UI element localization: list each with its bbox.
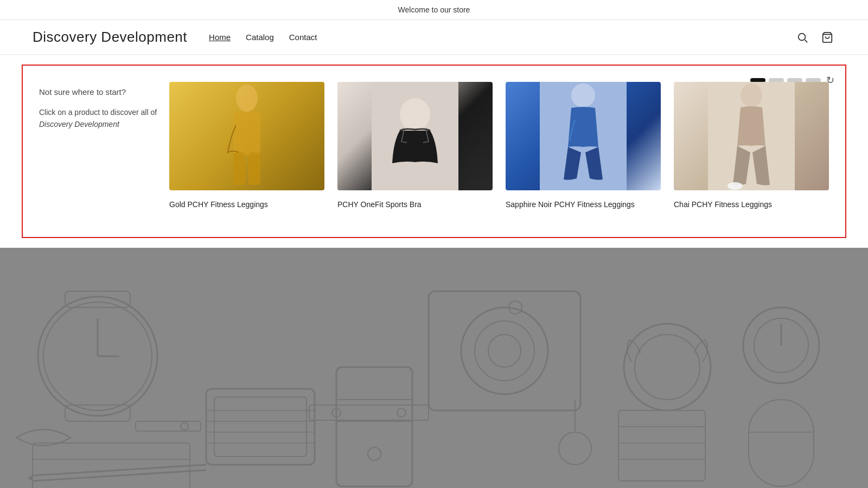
featured-panel: ↻ Not sure where to start? Click on a pr… [22, 65, 846, 238]
svg-marker-53 [27, 476, 33, 481]
svg-rect-37 [309, 405, 429, 420]
header-right [794, 29, 835, 46]
header-left: Discovery Development Home Catalog Conta… [33, 29, 317, 46]
products-row: Gold PCHY Fitness Leggings [169, 82, 829, 210]
panel-inner: Not sure where to start? Click on a prod… [39, 82, 829, 210]
svg-point-13 [727, 182, 743, 190]
store-name: Discovery Development [33, 29, 187, 46]
svg-point-8 [400, 98, 430, 131]
product-card-1[interactable]: Gold PCHY Fitness Leggings [169, 82, 324, 210]
product-image-4 [674, 82, 829, 190]
search-icon [796, 31, 808, 43]
product-image-3 [506, 82, 661, 190]
svg-point-3 [236, 85, 258, 112]
product-image-2 [337, 82, 493, 190]
panel-sidebar-text: Not sure where to start? Click on a prod… [39, 82, 169, 210]
svg-rect-20 [206, 389, 315, 465]
svg-rect-42 [618, 410, 705, 481]
svg-point-27 [181, 422, 188, 430]
main-content: ↻ Not sure where to start? Click on a pr… [0, 65, 868, 488]
cart-icon [821, 31, 833, 43]
svg-point-39 [397, 408, 406, 417]
announcement-text: Welcome to our store [398, 5, 470, 14]
product-name-3: Sapphire Noir PCHY Fitness Leggings [506, 199, 661, 210]
svg-rect-5 [233, 152, 245, 185]
svg-rect-49 [749, 400, 814, 486]
main-nav: Home Catalog Contact [209, 33, 317, 42]
header: Discovery Development Home Catalog Conta… [0, 20, 868, 55]
svg-point-0 [799, 33, 806, 40]
svg-rect-28 [429, 291, 580, 410]
svg-rect-19 [65, 405, 130, 421]
product-image-1 [169, 82, 324, 190]
product-name-1: Gold PCHY Fitness Leggings [169, 199, 324, 210]
announcement-bar: Welcome to our store [0, 0, 868, 20]
svg-rect-4 [233, 112, 260, 155]
search-button[interactable] [794, 29, 810, 46]
svg-line-51 [33, 465, 206, 476]
svg-point-31 [488, 335, 521, 367]
nav-home[interactable]: Home [209, 33, 231, 42]
product-name-2: PCHY OneFit Sports Bra [337, 199, 493, 210]
svg-point-56 [559, 432, 591, 465]
nav-catalog[interactable]: Catalog [246, 33, 274, 42]
lower-section [0, 248, 868, 488]
svg-point-40 [624, 324, 711, 410]
svg-point-34 [368, 447, 381, 460]
svg-line-52 [33, 470, 206, 481]
svg-point-12 [741, 84, 762, 107]
product-card-4[interactable]: Chai PCHY Fitness Leggings [674, 82, 829, 210]
product-card-3[interactable]: Sapphire Noir PCHY Fitness Leggings [506, 82, 661, 210]
product-name-4: Chai PCHY Fitness Leggings [674, 199, 829, 210]
nav-contact[interactable]: Contact [289, 33, 317, 42]
svg-rect-26 [136, 421, 201, 431]
svg-rect-54 [33, 443, 190, 488]
background-pattern [0, 248, 868, 488]
not-sure-text: Not sure where to start? [39, 87, 158, 97]
click-on-prefix: Click on a product to discover all of [39, 108, 157, 117]
svg-point-41 [635, 335, 700, 400]
product-card-2[interactable]: PCHY OneFit Sports Bra [337, 82, 493, 210]
svg-point-30 [475, 321, 534, 381]
svg-rect-21 [214, 397, 307, 457]
brand-name-italic: Discovery Development [39, 120, 119, 129]
svg-line-1 [805, 40, 808, 42]
svg-point-10 [571, 84, 595, 107]
cart-button[interactable] [819, 29, 835, 46]
svg-rect-6 [248, 152, 260, 185]
svg-rect-33 [336, 367, 412, 486]
svg-rect-18 [65, 291, 130, 307]
click-on-text: Click on a product to discover all of Di… [39, 106, 158, 131]
